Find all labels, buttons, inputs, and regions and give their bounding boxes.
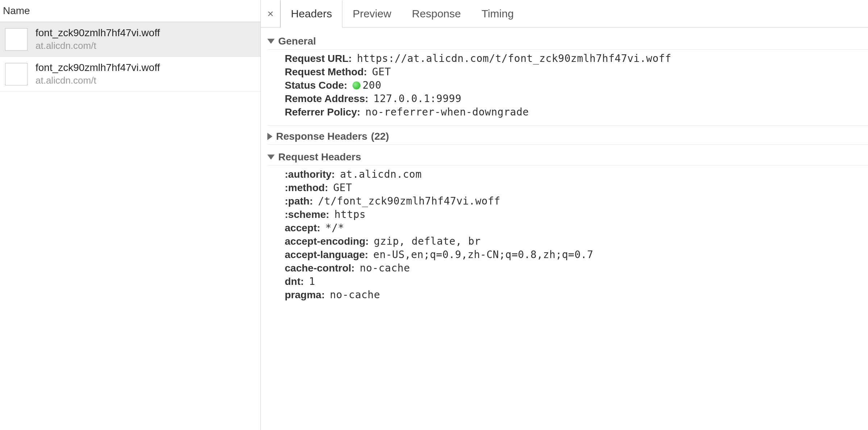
- kv-row: accept: */*: [285, 221, 868, 235]
- section-toggle-request-headers[interactable]: Request Headers: [267, 149, 868, 165]
- response-headers-count: (22): [371, 131, 389, 142]
- status-dot-icon: [352, 81, 360, 89]
- name-column-header[interactable]: Name: [0, 0, 260, 22]
- kv-value: 200: [352, 79, 381, 91]
- detail-panel: × Headers Preview Response Timing Genera…: [261, 0, 868, 430]
- section-title: Request Headers: [278, 151, 361, 163]
- request-headers-rows: :authority: at.alicdn.com :method: GET :…: [267, 167, 868, 305]
- kv-row: pragma: no-cache: [285, 288, 868, 302]
- kv-row: Status Code: 200: [285, 79, 868, 92]
- kv-row: Request Method: GET: [285, 65, 868, 79]
- kv-row: Referrer Policy: no-referrer-when-downgr…: [285, 105, 868, 119]
- request-list-panel: Name font_zck90zmlh7hf47vi.woff at.alicd…: [0, 0, 261, 430]
- request-item[interactable]: font_zck90zmlh7hf47vi.woff at.alicdn.com…: [0, 57, 260, 92]
- kv-row: accept-encoding: gzip, deflate, br: [285, 235, 868, 248]
- kv-key: accept-encoding:: [285, 236, 369, 247]
- kv-value: 127.0.0.1:9999: [374, 93, 462, 105]
- kv-value: 1: [309, 275, 315, 287]
- kv-value: at.alicdn.com: [340, 168, 422, 180]
- kv-value: /t/font_zck90zmlh7hf47vi.woff: [318, 195, 500, 207]
- chevron-down-icon: [267, 155, 275, 160]
- section-title: General: [278, 35, 316, 47]
- kv-key: pragma:: [285, 289, 325, 301]
- file-icon: [5, 28, 28, 51]
- request-domain: at.alicdn.com/t: [36, 75, 160, 86]
- detail-body[interactable]: General Request URL: https://at.alicdn.c…: [261, 28, 868, 430]
- kv-key: Status Code:: [285, 80, 347, 91]
- tab-timing[interactable]: Timing: [471, 0, 524, 27]
- kv-key: Request URL:: [285, 53, 352, 64]
- chevron-right-icon: [267, 133, 272, 140]
- file-icon: [5, 63, 28, 85]
- kv-row: cache-control: no-cache: [285, 261, 868, 275]
- kv-key: :authority:: [285, 169, 335, 180]
- kv-row: :scheme: https: [285, 208, 868, 221]
- section-response-headers: Response Headers (22): [261, 124, 868, 148]
- request-text: font_zck90zmlh7hf47vi.woff at.alicdn.com…: [36, 27, 160, 51]
- kv-key: Remote Address:: [285, 93, 368, 105]
- kv-row: :authority: at.alicdn.com: [285, 168, 868, 181]
- kv-value: https: [334, 208, 366, 220]
- kv-value: en-US,en;q=0.9,zh-CN;q=0.8,zh;q=0.7: [373, 249, 593, 261]
- request-item[interactable]: font_zck90zmlh7hf47vi.woff at.alicdn.com…: [0, 22, 260, 57]
- kv-value: no-cache: [330, 289, 380, 301]
- status-code-value: 200: [363, 79, 381, 91]
- tabs-row: × Headers Preview Response Timing: [261, 0, 868, 28]
- kv-key: dnt:: [285, 276, 304, 287]
- kv-value: */*: [325, 222, 344, 234]
- section-general: General Request URL: https://at.alicdn.c…: [261, 32, 868, 124]
- kv-value: no-cache: [360, 262, 410, 274]
- general-rows: Request URL: https://at.alicdn.com/t/fon…: [267, 51, 868, 122]
- kv-value: gzip, deflate, br: [374, 235, 481, 247]
- kv-value: https://at.alicdn.com/t/font_zck90zmlh7h…: [357, 52, 671, 64]
- tab-preview[interactable]: Preview: [342, 0, 402, 27]
- kv-key: accept-language:: [285, 249, 368, 261]
- tab-headers[interactable]: Headers: [280, 0, 342, 28]
- section-toggle-response-headers[interactable]: Response Headers (22): [267, 125, 868, 145]
- kv-key: accept:: [285, 222, 320, 234]
- kv-key: :method:: [285, 182, 328, 194]
- kv-row: Request URL: https://at.alicdn.com/t/fon…: [285, 52, 868, 65]
- kv-value: GET: [333, 182, 352, 194]
- kv-key: Referrer Policy:: [285, 106, 360, 118]
- kv-row: :path: /t/font_zck90zmlh7hf47vi.woff: [285, 194, 868, 208]
- close-icon[interactable]: ×: [261, 0, 280, 27]
- kv-row: accept-language: en-US,en;q=0.9,zh-CN;q=…: [285, 248, 868, 261]
- kv-value: no-referrer-when-downgrade: [366, 106, 529, 118]
- section-request-headers: Request Headers :authority: at.alicdn.co…: [261, 148, 868, 307]
- kv-key: :scheme:: [285, 209, 329, 220]
- request-name: font_zck90zmlh7hf47vi.woff: [36, 62, 160, 73]
- request-list: font_zck90zmlh7hf47vi.woff at.alicdn.com…: [0, 22, 260, 430]
- kv-key: cache-control:: [285, 262, 355, 274]
- section-toggle-general[interactable]: General: [267, 33, 868, 50]
- tab-response[interactable]: Response: [402, 0, 471, 27]
- kv-row: Remote Address: 127.0.0.1:9999: [285, 92, 868, 105]
- request-text: font_zck90zmlh7hf47vi.woff at.alicdn.com…: [36, 62, 160, 86]
- kv-key: :path:: [285, 195, 313, 207]
- kv-row: dnt: 1: [285, 275, 868, 288]
- chevron-down-icon: [267, 39, 275, 44]
- request-domain: at.alicdn.com/t: [36, 40, 160, 51]
- request-name: font_zck90zmlh7hf47vi.woff: [36, 27, 160, 39]
- kv-row: :method: GET: [285, 181, 868, 194]
- kv-value: GET: [372, 66, 391, 78]
- kv-key: Request Method:: [285, 66, 367, 78]
- section-title: Response Headers: [276, 131, 367, 142]
